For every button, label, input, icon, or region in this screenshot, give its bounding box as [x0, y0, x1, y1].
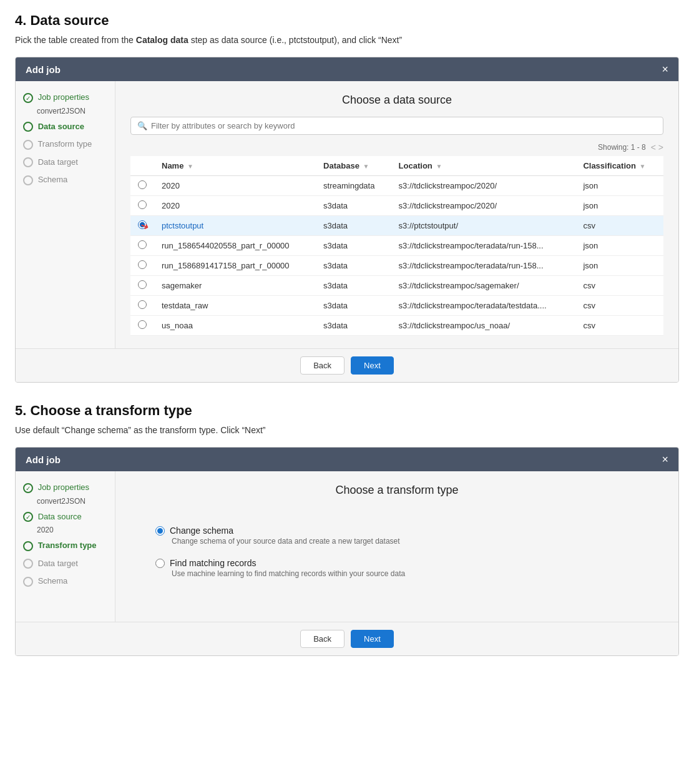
cell-location: s3://tdclickstreampoc/teradata/run-158..… — [391, 236, 576, 256]
transform-option-text-0: Change schema — [170, 526, 233, 536]
sidebar-item-job-properties[interactable]: ✓ Job properties — [23, 91, 107, 104]
cell-database: s3data — [316, 316, 391, 336]
search-input[interactable] — [151, 121, 657, 130]
cell-database: s3data — [316, 276, 391, 296]
modal2-back-button[interactable]: Back — [300, 630, 345, 648]
cell-name: 2020 — [154, 176, 316, 196]
modal1-content-title: Choose a data source — [130, 94, 663, 107]
col-location[interactable]: Location ▼ — [391, 156, 576, 176]
sidebar-item-data-source[interactable]: Data source — [23, 120, 107, 134]
sidebar-sub-job-properties: convert2JSON — [37, 107, 107, 115]
transform-radio-1[interactable] — [155, 559, 165, 568]
modal1-back-button[interactable]: Back — [300, 356, 345, 375]
modal1-next-button[interactable]: Next — [351, 356, 394, 375]
modal2-sidebar-item-data-source[interactable]: ✓ Data source — [23, 511, 107, 524]
cell-name: 2020 — [154, 196, 316, 216]
modal2-content: Choose a transform type Change schemaCha… — [115, 471, 678, 622]
row-radio-7[interactable] — [138, 320, 147, 329]
modal2-header: Add job × — [16, 448, 678, 471]
row-radio-0[interactable] — [138, 180, 147, 189]
modal1-content: Choose a data source 🔍 Showing: 1 - 8 < … — [115, 81, 678, 348]
cell-location: s3://tdclickstreampoc/teradata/testdata.… — [391, 296, 576, 316]
cell-name: us_noaa — [154, 316, 316, 336]
row-radio-6[interactable] — [138, 300, 147, 309]
search-bar[interactable]: 🔍 — [130, 117, 663, 135]
modal1-close-button[interactable]: × — [662, 64, 668, 75]
table-row[interactable]: run_1586544020558_part_r_00000s3datas3:/… — [130, 236, 663, 256]
cell-database: s3data — [316, 296, 391, 316]
data-source-table: Name ▼ Database ▼ Location ▼ — [130, 156, 663, 336]
circle-icon-schema — [23, 175, 33, 185]
modal2-next-button[interactable]: Next — [351, 630, 394, 648]
col-name[interactable]: Name ▼ — [154, 156, 316, 176]
modal-data-source: Add job × ✓ Job properties convert2JSON … — [15, 57, 679, 383]
table-row[interactable]: ➜ptctstoutputs3datas3://ptctstoutput/csv — [130, 216, 663, 236]
transform-option-desc-0: Change schema of your source data and cr… — [172, 537, 638, 546]
table-row[interactable]: us_noaas3datas3://tdclickstreampoc/us_no… — [130, 316, 663, 336]
cell-classification: csv — [575, 216, 663, 236]
modal1-header: Add job × — [16, 57, 678, 81]
modal2-check-icon-job-properties: ✓ — [23, 483, 33, 493]
cell-name: run_1586891417158_part_r_00000 — [154, 256, 316, 276]
transform-option-0[interactable]: Change schemaChange schema of your sourc… — [155, 526, 638, 546]
table-row[interactable]: 2020s3datas3://tdclickstreampoc/2020/jso… — [130, 196, 663, 216]
col-radio — [130, 156, 154, 176]
section5-desc: Use default “Change schema” as the trans… — [15, 424, 679, 437]
modal2-check-icon-data-source: ✓ — [23, 512, 33, 522]
cell-location: s3://tdclickstreampoc/sagemaker/ — [391, 276, 576, 296]
cell-name: sagemaker — [154, 276, 316, 296]
sidebar-item-schema[interactable]: Schema — [23, 174, 107, 187]
cell-name: run_1586544020558_part_r_00000 — [154, 236, 316, 256]
cell-classification: csv — [575, 296, 663, 316]
modal1-footer: Back Next — [16, 348, 678, 382]
cell-name: ➜ptctstoutput — [154, 216, 316, 236]
table-row[interactable]: sagemakers3datas3://tdclickstreampoc/sag… — [130, 276, 663, 296]
col-classification[interactable]: Classification ▼ — [575, 156, 663, 176]
row-radio-5[interactable] — [138, 280, 147, 289]
sidebar-item-transform-type[interactable]: Transform type — [23, 138, 107, 151]
section5-title: 5. Choose a transform type — [15, 403, 679, 419]
modal2-sidebar-item-job-properties[interactable]: ✓ Job properties — [23, 481, 107, 494]
row-radio-3[interactable] — [138, 240, 147, 249]
cell-location: s3://tdclickstreampoc/2020/ — [391, 196, 576, 216]
modal2-circle-icon-transform-type — [23, 541, 33, 551]
cell-classification: json — [575, 236, 663, 256]
modal1-title: Add job — [26, 64, 61, 75]
modal2-sidebar-item-transform-type[interactable]: Transform type — [23, 539, 107, 552]
modal2-sidebar-sub-job-properties: convert2JSON — [37, 497, 107, 506]
table-pagination: Showing: 1 - 8 < > — [130, 142, 663, 152]
cell-classification: json — [575, 256, 663, 276]
col-database[interactable]: Database ▼ — [316, 156, 391, 176]
search-icon: 🔍 — [137, 121, 147, 130]
sort-arrow-classification: ▼ — [640, 163, 646, 170]
transform-option-1[interactable]: Find matching recordsUse machine learnin… — [155, 558, 638, 578]
transform-radio-0[interactable] — [155, 526, 165, 536]
table-row[interactable]: run_1586891417158_part_r_00000s3datas3:/… — [130, 256, 663, 276]
modal2-close-button[interactable]: × — [662, 454, 668, 465]
row-radio-1[interactable] — [138, 200, 147, 209]
modal1-sidebar: ✓ Job properties convert2JSON Data sourc… — [16, 81, 115, 348]
cell-database: s3data — [316, 196, 391, 216]
circle-icon-transform-type — [23, 140, 33, 150]
modal2-sidebar-item-schema[interactable]: Schema — [23, 575, 107, 588]
cell-classification: csv — [575, 276, 663, 296]
cell-location: s3://tdclickstreampoc/2020/ — [391, 176, 576, 196]
modal2-circle-icon-schema — [23, 577, 33, 587]
transform-option-label-0[interactable]: Change schema — [155, 526, 638, 536]
modal2-title: Add job — [26, 454, 61, 465]
sort-arrow-location: ▼ — [436, 163, 442, 170]
table-row[interactable]: 2020streamingdatas3://tdclickstreampoc/2… — [130, 176, 663, 196]
row-radio-4[interactable] — [138, 260, 147, 269]
cell-location: s3://tdclickstreampoc/us_noaa/ — [391, 316, 576, 336]
modal2-sidebar-sub-data-source: 2020 — [37, 526, 107, 534]
transform-option-label-1[interactable]: Find matching records — [155, 558, 638, 568]
pagination-arrows[interactable]: < > — [651, 142, 663, 152]
cell-database: s3data — [316, 216, 391, 236]
modal2-footer: Back Next — [16, 622, 678, 655]
sidebar-item-data-target[interactable]: Data target — [23, 156, 107, 169]
modal2-content-title: Choose a transform type — [130, 484, 663, 497]
modal2-circle-icon-data-target — [23, 559, 33, 569]
table-row[interactable]: testdata_raws3datas3://tdclickstreampoc/… — [130, 296, 663, 316]
transform-options: Change schemaChange schema of your sourc… — [130, 507, 663, 609]
modal2-sidebar-item-data-target[interactable]: Data target — [23, 557, 107, 571]
